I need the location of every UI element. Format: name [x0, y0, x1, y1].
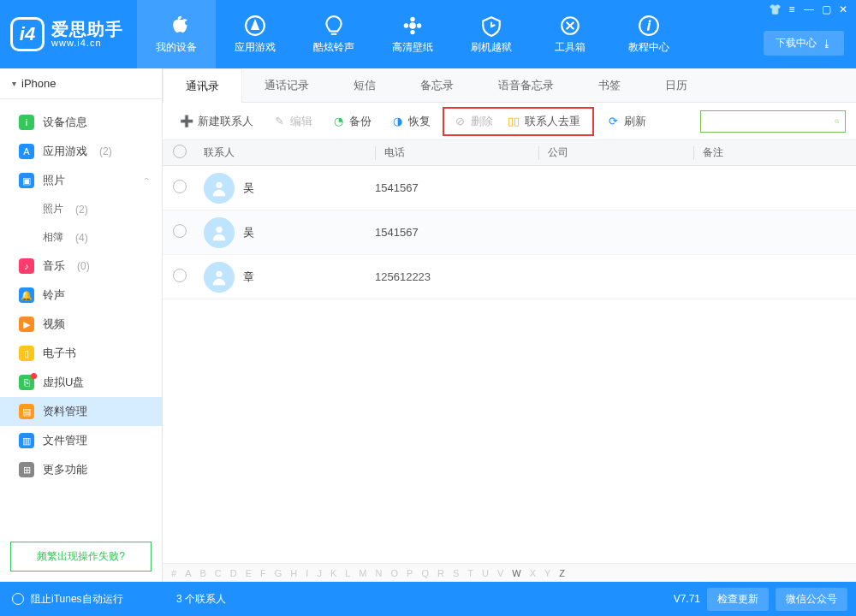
search-input[interactable]	[706, 116, 835, 127]
help-link[interactable]: 频繁出现操作失败?	[10, 542, 152, 572]
alpha-V[interactable]: V	[497, 568, 503, 578]
sidebar-item-2[interactable]: ▣照片⌃	[0, 166, 162, 195]
alpha-B[interactable]: B	[199, 568, 205, 578]
sidebar-item-0[interactable]: i设备信息	[0, 108, 162, 137]
contact-count: 3 个联系人	[163, 592, 240, 607]
restore-button[interactable]: ◑恢复	[383, 110, 437, 133]
tab-6[interactable]: 日历	[643, 68, 710, 102]
alpha-C[interactable]: C	[215, 568, 222, 578]
device-selector[interactable]: iPhone	[0, 68, 162, 99]
tab-1[interactable]: 通话记录	[242, 68, 331, 102]
alpha-N[interactable]: N	[376, 568, 383, 578]
footer: 阻止iTunes自动运行 3 个联系人 V7.71 检查更新 微信公众号	[0, 582, 856, 616]
dedupe-highlight: ⊘删除 ▯▯联系人去重	[443, 107, 594, 136]
contact-row[interactable]: 吴1541567	[163, 166, 856, 210]
alpha-P[interactable]: P	[407, 568, 413, 578]
app-url: www.i4.cn	[51, 38, 123, 48]
alpha-O[interactable]: O	[390, 568, 398, 578]
close-icon[interactable]: ✕	[835, 3, 851, 15]
alpha-D[interactable]: D	[230, 568, 237, 578]
col-phone[interactable]: 电话	[384, 145, 538, 160]
tab-4[interactable]: 语音备忘录	[476, 68, 576, 102]
alpha-Z[interactable]: Z	[559, 568, 565, 578]
alpha-K[interactable]: K	[330, 568, 336, 578]
contact-row[interactable]: 吴1541567	[163, 210, 856, 255]
shirt-icon[interactable]: 👕	[767, 3, 782, 15]
alpha-W[interactable]: W	[512, 568, 520, 578]
alpha-H[interactable]: H	[290, 568, 297, 578]
alpha-Q[interactable]: Q	[421, 568, 429, 578]
alpha-J[interactable]: J	[317, 568, 322, 578]
alpha-Y[interactable]: Y	[544, 568, 550, 578]
sidebar-item-3[interactable]: 照片(2)	[0, 195, 162, 223]
col-note[interactable]: 备注	[703, 145, 856, 160]
topnav-1[interactable]: 应用游戏	[216, 0, 294, 68]
sidebar-item-9[interactable]: ⎘虚拟U盘	[0, 368, 162, 397]
backup-icon: ◔	[331, 115, 345, 128]
col-company[interactable]: 公司	[548, 145, 693, 160]
topnav-4[interactable]: 刷机越狱	[452, 0, 531, 68]
alpha-#[interactable]: #	[171, 568, 176, 578]
row-checkbox[interactable]	[173, 269, 187, 282]
select-all-checkbox[interactable]	[173, 145, 187, 158]
avatar-icon	[204, 262, 235, 293]
alpha-X[interactable]: X	[530, 568, 536, 578]
app-icon: A	[19, 144, 34, 159]
alpha-M[interactable]: M	[359, 568, 366, 578]
sidebar-item-5[interactable]: ♪音乐(0)	[0, 252, 162, 281]
new-contact-button[interactable]: ➕新建联系人	[173, 110, 260, 133]
dedupe-button[interactable]: ▯▯联系人去重	[500, 110, 587, 133]
dedupe-icon: ▯▯	[507, 115, 520, 128]
alpha-T[interactable]: T	[467, 568, 473, 578]
alpha-A[interactable]: A	[185, 568, 191, 578]
sidebar-item-7[interactable]: ▶视频	[0, 310, 162, 339]
sidebar-item-10[interactable]: ▤资料管理	[0, 397, 162, 426]
topnav-0[interactable]: 我的设备	[137, 0, 216, 68]
radio-icon	[12, 593, 24, 605]
contact-phone: 125612223	[375, 270, 529, 283]
tab-3[interactable]: 备忘录	[398, 68, 476, 102]
sidebar-item-1[interactable]: A应用游戏(2)	[0, 137, 162, 166]
alpha-I[interactable]: I	[306, 568, 308, 578]
alpha-G[interactable]: G	[275, 568, 282, 578]
alpha-S[interactable]: S	[453, 568, 459, 578]
contact-row[interactable]: 章125612223	[163, 255, 856, 299]
minimize-icon[interactable]: —	[801, 3, 817, 15]
col-name[interactable]: 联系人	[204, 145, 375, 160]
alpha-E[interactable]: E	[246, 568, 252, 578]
sidebar-item-11[interactable]: ▥文件管理	[0, 426, 162, 455]
tab-2[interactable]: 短信	[331, 68, 398, 102]
contact-name: 吴	[243, 225, 254, 240]
refresh-button[interactable]: ⟳刷新	[599, 110, 653, 133]
topnav-3[interactable]: 高清壁纸	[373, 0, 452, 68]
alpha-R[interactable]: R	[437, 568, 444, 578]
wechat-button[interactable]: 微信公众号	[776, 588, 847, 611]
backup-button[interactable]: ◔备份	[324, 110, 378, 133]
topnav-6[interactable]: i教程中心	[609, 0, 688, 68]
tab-0[interactable]: 通讯录	[163, 68, 242, 103]
topnav-5[interactable]: 工具箱	[531, 0, 609, 68]
alpha-L[interactable]: L	[345, 568, 350, 578]
video-icon: ▶	[19, 317, 34, 332]
data-icon: ▤	[19, 404, 34, 419]
file-icon: ▥	[19, 433, 34, 448]
tab-5[interactable]: 书签	[576, 68, 643, 102]
itunes-toggle[interactable]: 阻止iTunes自动运行	[0, 592, 163, 607]
sidebar-item-6[interactable]: 🔔铃声	[0, 281, 162, 310]
topnav-2[interactable]: 酷炫铃声	[294, 0, 373, 68]
sidebar-item-12[interactable]: ⊞更多功能	[0, 455, 162, 484]
alpha-U[interactable]: U	[482, 568, 489, 578]
alpha-F[interactable]: F	[260, 568, 266, 578]
svg-point-3	[411, 17, 414, 21]
maximize-icon[interactable]: ▢	[818, 3, 834, 15]
row-checkbox[interactable]	[173, 224, 187, 238]
avatar-icon	[204, 173, 235, 204]
download-center-button[interactable]: 下载中心 ⭳	[764, 31, 844, 56]
sidebar-item-4[interactable]: 相簿(4)	[0, 223, 162, 252]
row-checkbox[interactable]	[173, 180, 187, 193]
check-update-button[interactable]: 检查更新	[707, 588, 769, 611]
search-box[interactable]	[700, 110, 846, 133]
settings-menu-icon[interactable]: ≡	[784, 3, 800, 15]
sidebar-list: i设备信息A应用游戏(2)▣照片⌃照片(2)相簿(4)♪音乐(0)🔔铃声▶视频▯…	[0, 99, 162, 531]
sidebar-item-8[interactable]: ▯电子书	[0, 339, 162, 368]
